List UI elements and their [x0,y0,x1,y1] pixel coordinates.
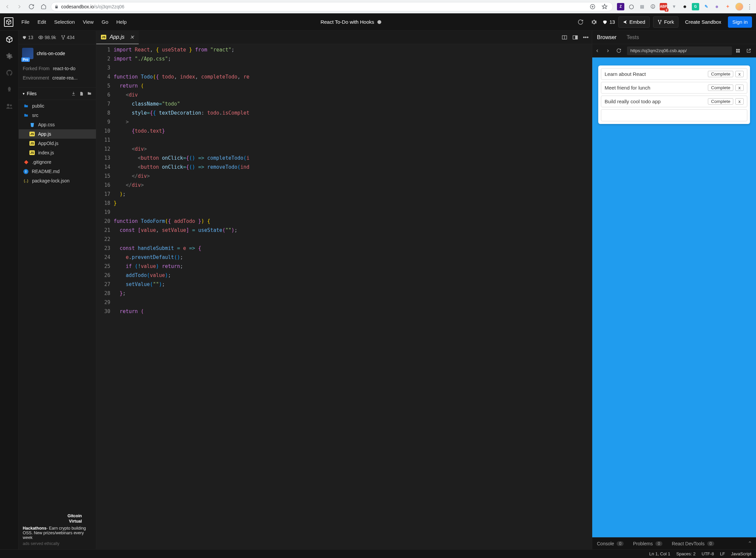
preview-navbar: https://oj3qm2zq06.csb.app/ [592,44,756,57]
extension-doc-icon[interactable]: ▤ [638,3,646,10]
extension-quill-icon[interactable]: ✎ [703,3,710,10]
menu-selection[interactable]: Selection [54,19,75,25]
activity-github-icon[interactable] [5,69,14,77]
file--gitignore[interactable]: .gitignore [19,157,96,167]
embed-button[interactable]: Embed [618,16,650,28]
chrome-toolbar: codesandbox.io/s/oj3qm2zq06 Z◯▤ⓘABP2▼☻G✎… [0,0,756,14]
new-todo-input[interactable] [601,109,747,121]
file-App-js[interactable]: JSApp.js [19,129,96,139]
new-file-icon[interactable] [79,91,83,96]
file-label: App.css [38,122,55,127]
sign-in-button[interactable]: Sign in [728,16,752,28]
preview-popout-icon[interactable] [746,48,753,53]
file-src[interactable]: src [19,110,96,120]
fork-button[interactable]: Fork [653,16,678,28]
extension-Z-icon[interactable]: Z [617,3,624,10]
preview-forward-icon[interactable] [606,48,613,53]
profile-avatar[interactable] [735,3,743,11]
file-index-js[interactable]: JSindex.js [19,148,96,157]
more-dots-icon[interactable]: ••• [583,34,588,41]
activity-deploy-icon[interactable] [5,85,14,94]
status-encoding[interactable]: UTF-8 [702,551,714,556]
lock-icon [54,5,58,9]
menu-go[interactable]: Go [102,19,108,25]
new-folder-icon[interactable] [87,91,92,96]
tab-tests[interactable]: Tests [627,34,639,41]
extension-grammarly-icon[interactable]: G [692,3,699,10]
layout-preview-icon[interactable] [572,35,578,40]
sidebar-ad[interactable]: Gitcoin Virtual Hackathons- Earn crypto … [19,510,96,550]
status-spaces[interactable]: Spaces: 2 [676,551,696,556]
file-package-lock-json[interactable]: {..}package-lock.json [19,176,96,185]
likes-count[interactable]: 13 [602,19,615,25]
reload-icon[interactable] [27,2,36,11]
preview-structure-icon[interactable] [735,48,742,53]
stats-likes[interactable]: 13 [22,35,33,40]
react-devtools-tab[interactable]: React DevTools 0 [667,541,719,546]
codesandbox-logo-icon[interactable] [4,17,14,27]
settings-gear-icon[interactable] [589,17,599,27]
file-label: index.js [38,150,54,155]
extension-adblock-icon[interactable]: ABP2 [660,3,667,10]
status-eol[interactable]: LF [720,551,725,556]
chevron-up-icon[interactable]: ⌃ [744,540,756,547]
preview-reload-icon[interactable] [616,48,624,53]
extension-mask-icon[interactable]: ✦ [724,3,731,10]
status-position[interactable]: Ln 1, Col 1 [649,551,671,556]
activity-live-icon[interactable] [5,102,14,110]
code-editor[interactable]: 1234567891011121314151617181920212223242… [96,44,592,549]
refresh-icon[interactable] [576,17,585,27]
menu-file[interactable]: File [21,19,29,25]
extension-info-icon[interactable]: ⓘ [649,3,656,10]
problems-tab[interactable]: Problems 0 [628,541,667,546]
layout-split-icon[interactable] [561,35,568,40]
menu-view[interactable]: View [83,19,94,25]
remove-button[interactable]: x [735,98,744,105]
sandbox-owner: Pro chris-on-code [19,45,96,60]
download-icon[interactable] [71,91,76,96]
menu-edit[interactable]: Edit [37,19,46,25]
file-App-css[interactable]: App.css [19,120,96,129]
extension-octo-icon[interactable]: ⎈ [713,3,721,10]
omnibox-url: codesandbox.io/s/oj3qm2zq06 [61,4,585,9]
file-label: App.js [38,131,51,137]
complete-button[interactable]: Complete [708,71,733,77]
omnibox[interactable]: codesandbox.io/s/oj3qm2zq06 [51,2,613,11]
sidebar: 13 98.9k 434 Pro chris-on-code [19,31,96,549]
file-public[interactable]: public [19,101,96,110]
file-README-md[interactable]: iREADME.md [19,167,96,176]
file-AppOld-js[interactable]: JSAppOld.js [19,139,96,148]
editor-tab-appjs[interactable]: JS App.js ✕ [96,31,139,44]
tab-browser[interactable]: Browser [597,34,616,41]
nav-back-icon[interactable] [3,2,12,11]
fork-icon [61,35,66,40]
owner-avatar[interactable]: Pro [22,48,33,59]
create-sandbox-button[interactable]: Create Sandbox [682,16,725,28]
environment-value: create-rea... [52,75,78,80]
extension-vue-icon[interactable]: ▼ [671,3,678,10]
activity-sandbox-icon[interactable] [5,35,14,44]
home-icon[interactable] [39,2,48,11]
console-tab[interactable]: Console 0 [592,541,628,546]
extension-emoji-icon[interactable]: ☻ [681,3,688,10]
add-icon[interactable] [588,2,597,11]
menu-help[interactable]: Help [116,19,127,25]
sandbox-title[interactable]: React To-Do with Hooks [321,19,374,25]
heart-icon [22,35,27,40]
complete-button[interactable]: Complete [708,98,733,105]
menu-dots-icon[interactable]: ⋮ [746,3,753,10]
activity-settings-icon[interactable] [5,52,14,60]
complete-button[interactable]: Complete [708,84,733,91]
star-icon[interactable] [600,2,609,11]
extension-circle-icon[interactable]: ◯ [628,3,635,10]
owner-name[interactable]: chris-on-code [37,51,65,56]
remove-button[interactable]: x [735,71,744,77]
close-icon[interactable]: ✕ [130,34,134,41]
files-panel-header[interactable]: ▾ Files [19,87,96,100]
preview-url[interactable]: https://oj3qm2zq06.csb.app/ [627,47,732,55]
status-language[interactable]: JavaScript [731,551,751,556]
preview-back-icon[interactable] [595,48,602,53]
forked-from-link[interactable]: react-to-do [53,66,76,71]
remove-button[interactable]: x [735,84,744,91]
nav-forward-icon[interactable] [15,2,24,11]
